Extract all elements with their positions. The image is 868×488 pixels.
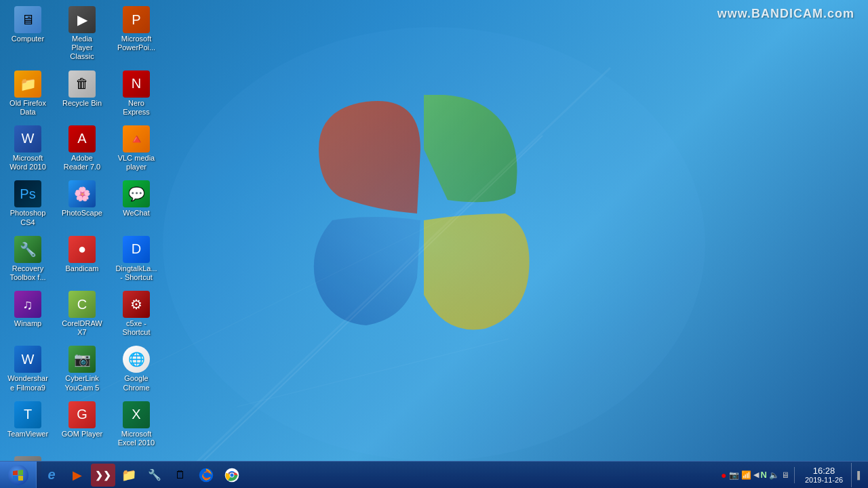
icon-label-bandicam: Bandicam [66,264,99,273]
svg-point-11 [230,473,233,476]
desktop-icon-bandicam[interactable]: ●Bandicam [58,233,106,285]
taskbar-firefox[interactable] [194,464,218,487]
icon-image-vlc: 🔺 [123,125,150,152]
show-desktop[interactable]: ▐ [851,463,863,487]
desktop-icon-photoshop[interactable]: PsPhotoshop CS4 [3,178,52,229]
icon-label-computer: Computer [12,35,44,43]
icon-image-teamviewer: T [14,401,41,428]
taskbar-ie[interactable]: e [39,464,64,487]
icon-label-exe: c5xe - Shortcut [115,319,158,337]
desktop-icon-gom[interactable]: GGOM Player [58,399,106,450]
taskbar-apps: e ▶ ❯❯ 📁 🔧 🗒 [37,464,715,487]
icon-label-photoscape: PhotoScape [62,209,102,218]
tray-cam[interactable]: 📷 [729,470,739,480]
icon-image-bandicam: ● [68,236,96,263]
icon-label-recyclebin: Recycle Bin [62,99,102,108]
icon-image-wechat: 💬 [123,180,150,207]
tray-speaker[interactable]: 🔈 [769,470,779,480]
desktop-icon-vlc[interactable]: 🔺VLC media player [112,123,161,174]
tray-wifi[interactable]: 📶 [741,470,751,480]
icon-image-photoscape: 🌸 [68,180,96,207]
icon-label-mediaplayer: Media Player Classic [60,35,104,62]
icon-image-wondershare: W [14,346,41,373]
icon-image-word: W [14,125,41,152]
desktop-icon-mediaplayer[interactable]: ▶Media Player Classic [58,3,106,64]
desktop-icon-wechat[interactable]: 💬WeChat [112,178,161,229]
desktop-icon-recyclebin[interactable]: 🗑Recycle Bin [58,68,106,119]
clock-time: 16:28 [813,466,835,476]
taskbar-ppt[interactable]: ❯❯ [91,464,115,487]
icon-image-recyclebin: 🗑 [68,70,96,98]
icon-label-teamviewer: TeamViewer [7,430,48,439]
desktop-icon-word[interactable]: WMicrosoft Word 2010 [3,123,52,174]
clock[interactable]: 16:28 2019-11-26 [800,466,848,484]
icon-image-recovery: 🔧 [14,236,41,263]
icon-label-vlc: VLC media player [115,154,158,171]
taskbar-wmp[interactable]: ▶ [65,464,90,487]
taskbar-tray: ● 📷 📶 ◀ N 🔈 🖥 16:28 2019-11-26 ▐ [715,463,868,487]
icon-image-gom: G [68,401,96,428]
icon-image-computer: 🖥 [14,6,41,33]
desktop-icon-computer[interactable]: 🖥Computer [3,3,52,64]
desktop-icon-powerpoint[interactable]: PMicrosoft PowerPoi... [112,3,161,64]
icon-image-exe: ⚙ [123,291,150,318]
tray-arrow[interactable]: ◀ [753,470,759,479]
taskbar: e ▶ ❯❯ 📁 🔧 🗒 [0,461,868,488]
tray-icons: ● 📷 📶 ◀ N 🔈 🖥 [721,470,789,481]
icon-image-powerpoint: P [123,6,150,33]
icon-label-recovery: Recovery Toolbox f... [6,264,50,282]
icon-label-cyberlink: CyberLink YouCam 5 [60,374,104,392]
tray-network[interactable]: 🖥 [781,470,789,480]
desktop-icons-container: 🖥Computer▶Media Player ClassicPMicrosoft… [3,3,163,488]
desktop-icon-oldfirefox[interactable]: 📁Old Firefox Data [3,68,52,119]
taskbar-folder[interactable]: 📁 [117,464,141,487]
desktop-icon-teamviewer[interactable]: TTeamViewer [3,399,52,450]
icon-image-winamp: ♫ [14,291,41,318]
icon-label-winamp: Winamp [14,319,41,328]
icon-image-chrome: 🌐 [123,346,150,373]
icon-label-photoshop: Photoshop CS4 [6,209,50,226]
icon-image-photoshop: Ps [14,180,41,207]
icon-image-oldfirefox: 📁 [14,70,41,98]
taskbar-tool[interactable]: 🔧 [142,464,167,487]
icon-label-dingtalk: DingtalkLa... - Shortcut [115,264,158,282]
svg-line-4 [237,339,509,407]
icon-image-cyberlink: 📷 [68,346,96,373]
start-button[interactable] [0,462,37,489]
icon-image-mediaplayer: ▶ [68,6,96,33]
desktop-icon-excel[interactable]: XMicrosoft Excel 2010 [112,399,161,450]
desktop-icon-photoscape[interactable]: 🌸PhotoScape [58,178,106,229]
icon-label-adobe: Adobe Reader 7.0 [60,154,104,171]
desktop-icon-adobe[interactable]: AAdobe Reader 7.0 [58,123,106,174]
watermark-text: www.BANDICAM.com [717,7,854,21]
icon-label-wondershare: Wondershare Filmora9 [6,374,50,392]
icon-label-gom: GOM Player [62,430,103,439]
icon-label-nero: Nero Express [115,99,158,117]
desktop-icon-dingtalk[interactable]: DDingtalkLa... - Shortcut [112,233,161,285]
desktop-icon-recovery[interactable]: 🔧Recovery Toolbox f... [3,233,52,285]
tray-n[interactable]: N [761,470,767,480]
icon-image-adobe: A [68,125,96,152]
icon-label-powerpoint: Microsoft PowerPoi... [115,35,158,52]
icon-image-excel: X [123,401,150,428]
icon-label-oldfirefox: Old Firefox Data [6,99,50,117]
clock-date: 2019-11-26 [805,476,843,484]
icon-label-chrome: Google Chrome [115,374,158,392]
icon-label-wechat: WeChat [123,209,150,218]
tray-record[interactable]: ● [721,470,726,481]
taskbar-chrome[interactable] [220,464,244,487]
desktop-icon-chrome[interactable]: 🌐Google Chrome [112,343,161,394]
desktop-icon-exe[interactable]: ⚙c5xe - Shortcut [112,288,161,340]
tray-separator [794,467,795,483]
desktop-icon-coreldraw[interactable]: CCorelDRAW X7 [58,288,106,340]
desktop-icon-wondershare[interactable]: WWondershare Filmora9 [3,343,52,394]
desktop-icon-nero[interactable]: NNero Express [112,68,161,119]
desktop-icon-cyberlink[interactable]: 📷CyberLink YouCam 5 [58,343,106,394]
icon-image-nero: N [123,70,150,98]
icon-label-excel: Microsoft Excel 2010 [115,430,158,447]
desktop-icon-winamp[interactable]: ♫Winamp [3,288,52,340]
icon-label-coreldraw: CorelDRAW X7 [60,319,104,337]
taskbar-explorer[interactable]: 🗒 [168,464,193,487]
icon-image-dingtalk: D [123,236,150,263]
icon-image-coreldraw: C [68,291,96,318]
